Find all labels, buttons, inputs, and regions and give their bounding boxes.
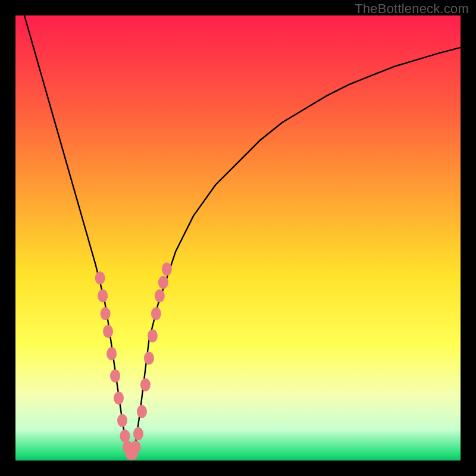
watermark-text: TheBottleneck.com bbox=[355, 1, 469, 17]
bead-marker bbox=[133, 427, 143, 440]
bead-marker bbox=[98, 289, 108, 302]
bead-marker bbox=[95, 271, 105, 284]
bead-marker bbox=[140, 378, 151, 392]
bead-marker bbox=[110, 369, 120, 383]
chart-svg bbox=[15, 15, 461, 461]
plot-area bbox=[15, 15, 461, 461]
bead-marker bbox=[101, 307, 111, 320]
bead-marker bbox=[148, 330, 158, 343]
bead-marker bbox=[120, 430, 130, 443]
bead-marker bbox=[107, 347, 117, 360]
gradient-background bbox=[15, 15, 461, 461]
bead-marker bbox=[130, 441, 140, 454]
bead-marker bbox=[162, 262, 172, 275]
chart-frame: TheBottleneck.com bbox=[0, 0, 476, 476]
bead-marker bbox=[158, 276, 168, 289]
bead-marker bbox=[117, 414, 127, 427]
bead-marker bbox=[144, 352, 154, 365]
bead-marker bbox=[155, 289, 165, 302]
bead-marker bbox=[151, 307, 161, 320]
bead-marker bbox=[114, 392, 124, 405]
bead-marker bbox=[137, 405, 147, 418]
bead-marker bbox=[103, 325, 113, 338]
